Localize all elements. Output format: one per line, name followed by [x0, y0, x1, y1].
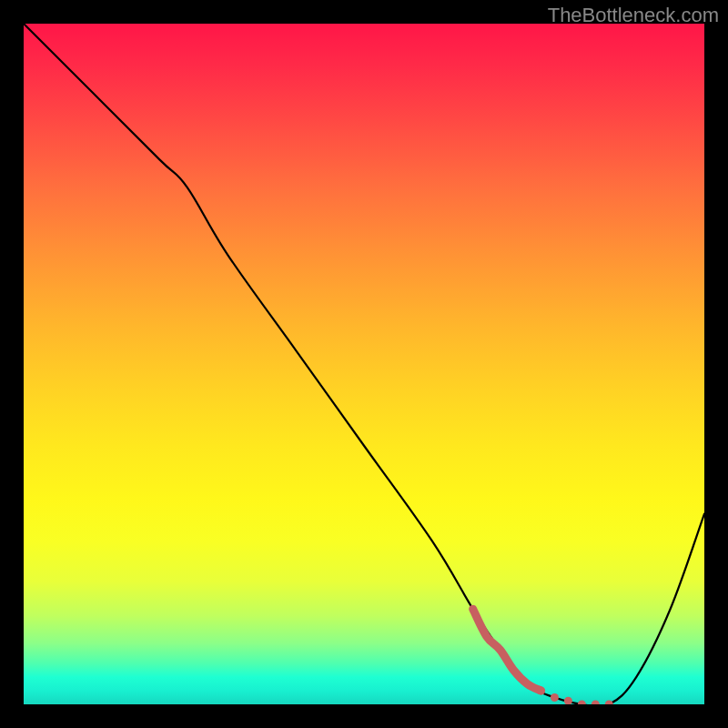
plot-area — [24, 24, 704, 704]
highlight-dot — [578, 701, 586, 705]
highlight-dot — [605, 701, 613, 705]
highlight-curve — [473, 609, 613, 704]
highlight-dot — [551, 693, 559, 702]
highlight-dot — [592, 701, 600, 705]
highlight-dot — [537, 687, 545, 695]
chart-svg — [24, 24, 704, 704]
highlight-dot — [564, 697, 572, 704]
watermark-text: TheBottleneck.com — [548, 4, 719, 27]
main-curve — [24, 24, 704, 704]
